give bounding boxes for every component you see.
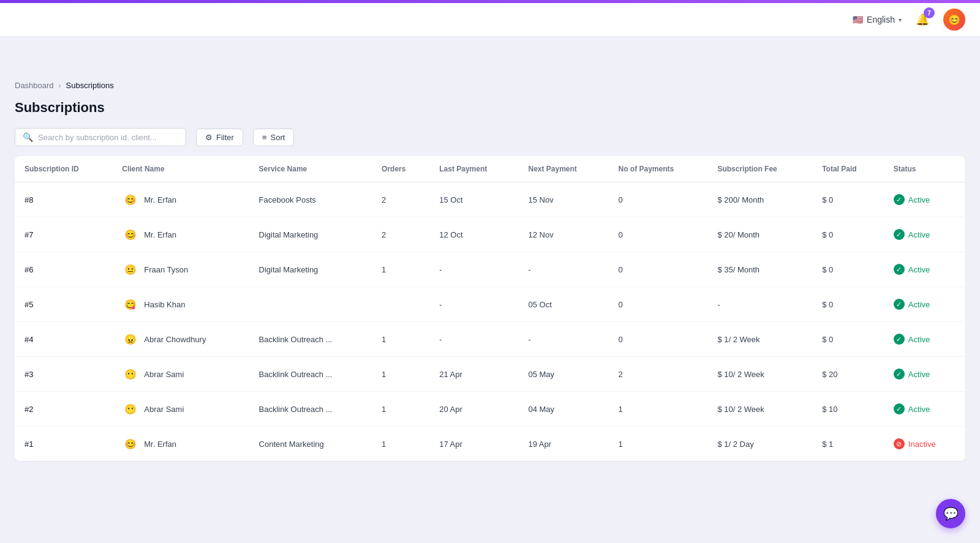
client-avatar: 😐 bbox=[122, 261, 139, 278]
filter-button[interactable]: ⚙ Filter bbox=[196, 129, 243, 146]
chat-icon: 💬 bbox=[943, 506, 959, 521]
next-payment: 05 Oct bbox=[518, 287, 608, 322]
client-name: Mr. Erfan bbox=[144, 440, 176, 449]
status-label: Active bbox=[908, 405, 930, 414]
table-row[interactable]: #7 😊 Mr. Erfan Digital Marketing 2 12 Oc… bbox=[15, 217, 965, 252]
subscription-id: #8 bbox=[15, 182, 112, 217]
status-cell: ✓Active bbox=[884, 252, 965, 287]
client-name: Mr. Erfan bbox=[144, 195, 176, 204]
subscription-id: #2 bbox=[15, 392, 112, 427]
filter-label: Filter bbox=[216, 133, 234, 142]
subscription-fee: $ 1/ 2 Day bbox=[707, 427, 812, 462]
sort-button[interactable]: ≡ Sort bbox=[253, 129, 294, 146]
total-paid: $ 0 bbox=[812, 182, 884, 217]
sort-label: Sort bbox=[270, 133, 285, 142]
last-payment: - bbox=[429, 322, 518, 357]
language-selector[interactable]: 🇺🇸 English ▾ bbox=[853, 15, 902, 24]
subscription-fee: $ 20/ Month bbox=[707, 217, 812, 252]
active-icon: ✓ bbox=[894, 229, 905, 240]
subscription-id: #3 bbox=[15, 357, 112, 392]
client-avatar: 😶 bbox=[122, 400, 139, 418]
chat-bubble-button[interactable]: 💬 bbox=[936, 499, 965, 528]
orders: 1 bbox=[372, 322, 429, 357]
sort-icon: ≡ bbox=[262, 133, 267, 142]
client-avatar: 😊 bbox=[122, 226, 139, 243]
total-paid: $ 0 bbox=[812, 252, 884, 287]
search-input[interactable] bbox=[38, 133, 178, 142]
subscriptions-table: Subscription ID Client Name Service Name… bbox=[15, 156, 965, 461]
last-payment: - bbox=[429, 252, 518, 287]
status-label: Active bbox=[908, 265, 930, 274]
service-name: Backlink Outreach ... bbox=[249, 357, 372, 392]
subscription-id: #4 bbox=[15, 322, 112, 357]
page-title: Subscriptions bbox=[15, 100, 965, 116]
client-avatar: 😋 bbox=[122, 296, 139, 313]
notification-button[interactable]: 🔔 7 bbox=[911, 9, 933, 31]
client-name-cell: 😶 Abrar Sami bbox=[112, 357, 249, 392]
next-payment: 05 May bbox=[518, 357, 608, 392]
col-next-payment: Next Payment bbox=[518, 156, 608, 182]
last-payment: - bbox=[429, 287, 518, 322]
toolbar: 🔍 ⚙ Filter ≡ Sort bbox=[15, 128, 965, 146]
inactive-icon: ⊘ bbox=[894, 438, 905, 449]
last-payment: 17 Apr bbox=[429, 427, 518, 462]
header: 🇺🇸 English ▾ 🔔 7 😊 bbox=[0, 3, 980, 37]
status-cell: ✓Active bbox=[884, 392, 965, 427]
col-subscription-id: Subscription ID bbox=[15, 156, 112, 182]
subscription-fee: $ 200/ Month bbox=[707, 182, 812, 217]
no-payments: 1 bbox=[608, 392, 707, 427]
breadcrumb-current: Subscriptions bbox=[66, 81, 114, 90]
top-border bbox=[0, 0, 980, 3]
client-avatar: 😊 bbox=[122, 191, 139, 208]
no-payments: 0 bbox=[608, 182, 707, 217]
filter-icon: ⚙ bbox=[205, 133, 213, 142]
col-last-payment: Last Payment bbox=[429, 156, 518, 182]
service-name: Digital Marketing bbox=[249, 217, 372, 252]
active-icon: ✓ bbox=[894, 194, 905, 205]
last-payment: 20 Apr bbox=[429, 392, 518, 427]
no-payments: 0 bbox=[608, 252, 707, 287]
orders: 2 bbox=[372, 182, 429, 217]
orders: 2 bbox=[372, 217, 429, 252]
service-name: Backlink Outreach ... bbox=[249, 392, 372, 427]
col-status: Status bbox=[884, 156, 965, 182]
client-name: Hasib Khan bbox=[144, 300, 185, 309]
orders: 1 bbox=[372, 357, 429, 392]
subscription-id: #5 bbox=[15, 287, 112, 322]
client-avatar: 😠 bbox=[122, 331, 139, 348]
client-name: Mr. Erfan bbox=[144, 230, 176, 239]
table-row[interactable]: #8 😊 Mr. Erfan Facebook Posts 2 15 Oct 1… bbox=[15, 182, 965, 217]
table-body: #8 😊 Mr. Erfan Facebook Posts 2 15 Oct 1… bbox=[15, 182, 965, 462]
table-row[interactable]: #6 😐 Fraan Tyson Digital Marketing 1 - -… bbox=[15, 252, 965, 287]
avatar[interactable]: 😊 bbox=[943, 9, 965, 31]
service-name: Digital Marketing bbox=[249, 252, 372, 287]
table-row[interactable]: #1 😊 Mr. Erfan Content Marketing 1 17 Ap… bbox=[15, 427, 965, 462]
client-name-cell: 😐 Fraan Tyson bbox=[112, 252, 249, 287]
client-name-cell: 😋 Hasib Khan bbox=[112, 287, 249, 322]
chevron-down-icon: ▾ bbox=[899, 17, 902, 23]
next-payment: - bbox=[518, 252, 608, 287]
flag-icon: 🇺🇸 bbox=[853, 15, 863, 24]
table-row[interactable]: #5 😋 Hasib Khan - 05 Oct 0 - $ 0 ✓Active bbox=[15, 287, 965, 322]
col-client-name: Client Name bbox=[112, 156, 249, 182]
subscriptions-table-container: Subscription ID Client Name Service Name… bbox=[15, 156, 965, 461]
main-content: Dashboard › Subscriptions Subscriptions … bbox=[0, 37, 980, 476]
search-wrapper: 🔍 bbox=[15, 128, 186, 146]
breadcrumb-dashboard[interactable]: Dashboard bbox=[15, 81, 54, 90]
status-label: Active bbox=[908, 195, 930, 204]
client-name: Fraan Tyson bbox=[144, 265, 188, 274]
client-name: Abrar Chowdhury bbox=[144, 335, 206, 344]
next-payment: 19 Apr bbox=[518, 427, 608, 462]
breadcrumb-separator: › bbox=[59, 81, 61, 90]
language-label: English bbox=[867, 15, 895, 24]
table-row[interactable]: #2 😶 Abrar Sami Backlink Outreach ... 1 … bbox=[15, 392, 965, 427]
client-name-cell: 😊 Mr. Erfan bbox=[112, 427, 249, 462]
orders: 1 bbox=[372, 252, 429, 287]
col-sub-fee: Subscription Fee bbox=[707, 156, 812, 182]
subscription-fee: $ 35/ Month bbox=[707, 252, 812, 287]
client-avatar: 😶 bbox=[122, 365, 139, 383]
table-row[interactable]: #3 😶 Abrar Sami Backlink Outreach ... 1 … bbox=[15, 357, 965, 392]
orders: 1 bbox=[372, 427, 429, 462]
table-row[interactable]: #4 😠 Abrar Chowdhury Backlink Outreach .… bbox=[15, 322, 965, 357]
service-name: Backlink Outreach ... bbox=[249, 322, 372, 357]
